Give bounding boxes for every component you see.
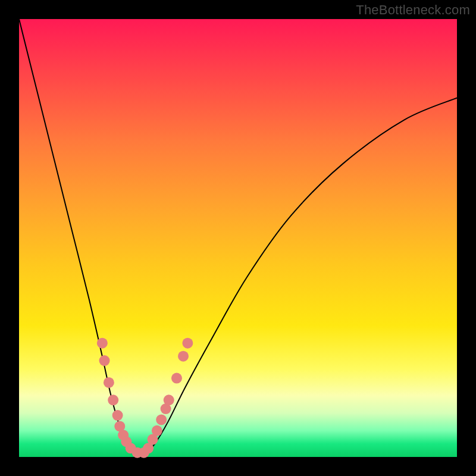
dots-layer: [97, 338, 193, 458]
highlight-dot: [182, 338, 193, 349]
chart-frame: TheBottleneck.com: [0, 0, 476, 476]
highlight-dot: [156, 414, 167, 425]
highlight-dot: [152, 425, 162, 436]
plot-area: [19, 19, 457, 457]
watermark-text: TheBottleneck.com: [356, 2, 470, 18]
highlight-dot: [178, 351, 189, 362]
highlight-dot: [99, 355, 110, 366]
highlight-dot: [112, 410, 123, 421]
highlight-dot: [108, 394, 118, 405]
highlight-dot: [171, 373, 182, 384]
highlight-dot: [104, 377, 114, 388]
bottleneck-curve: [19, 19, 457, 453]
curve-layer: [19, 19, 457, 453]
highlight-dot: [97, 338, 108, 349]
chart-svg: [19, 19, 457, 457]
highlight-dot: [164, 394, 174, 405]
